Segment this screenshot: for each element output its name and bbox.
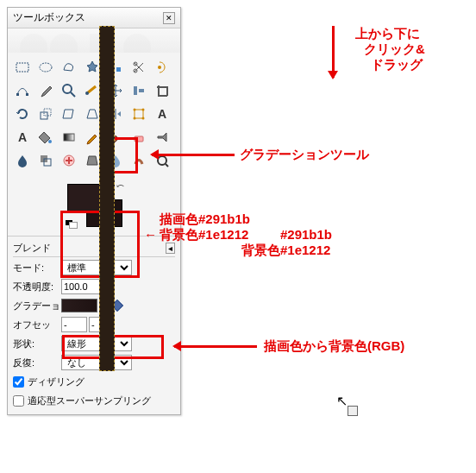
- tool-cage[interactable]: [128, 103, 150, 125]
- svg-line-14: [71, 92, 75, 97]
- swap-colors-icon[interactable]: ⤺: [116, 180, 124, 192]
- tool-scissors[interactable]: [128, 56, 150, 79]
- svg-rect-12: [26, 93, 28, 96]
- color-picker-icon: [38, 83, 53, 98]
- opacity-input[interactable]: [61, 279, 104, 294]
- tool-crop[interactable]: [151, 79, 173, 102]
- svg-point-20: [134, 109, 136, 111]
- pencil-icon: [85, 129, 100, 145]
- shape-label: 形状:: [13, 337, 61, 350]
- toolbox-window: ツールボックス ✕ AA ⤺ ブレンド ◂ モード: 標準 不透明度: グラデー…: [7, 7, 181, 415]
- svg-point-23: [142, 117, 145, 120]
- align-icon: [131, 83, 147, 98]
- svg-rect-17: [139, 89, 144, 92]
- titlebar: ツールボックス ✕: [8, 8, 180, 28]
- canvas-drag-stroke: [99, 26, 115, 371]
- tool-bucket-fill[interactable]: [34, 126, 57, 148]
- airbrush-icon: [154, 129, 170, 145]
- svg-point-15: [85, 91, 89, 95]
- close-button[interactable]: ✕: [163, 12, 175, 24]
- shape-select[interactable]: 線形: [61, 336, 132, 351]
- tool-heal[interactable]: [58, 149, 80, 172]
- svg-point-3: [123, 34, 151, 53]
- svg-point-32: [158, 156, 166, 165]
- annot-bg: 背景色#1e1212: [160, 227, 248, 243]
- gradient-preview[interactable]: [61, 299, 97, 312]
- annot-grad-note: 描画色から背景色(RGB): [264, 338, 404, 355]
- tool-gradient[interactable]: [58, 126, 80, 148]
- annot-bg2: 背景色#1e1212: [241, 243, 330, 259]
- annot-fg2: #291b1b: [280, 227, 332, 242]
- window-title: ツールボックス: [13, 10, 85, 25]
- svg-point-5: [40, 63, 52, 72]
- eraser-icon: [131, 129, 147, 145]
- drag-hint-2: クリック&: [364, 41, 425, 58]
- rotate-icon: [15, 106, 30, 122]
- tool-airbrush[interactable]: [151, 126, 173, 148]
- opacity-label: 不透明度:: [13, 281, 61, 293]
- tool-eraser[interactable]: [128, 126, 150, 148]
- tool-clone[interactable]: [34, 149, 57, 172]
- tool-ellipse-select[interactable]: [34, 56, 57, 79]
- repeat-select[interactable]: なし: [61, 355, 132, 370]
- bucket-fill-icon: [38, 129, 53, 145]
- ellipse-select-icon: [38, 60, 53, 75]
- rect-select-icon: [15, 60, 30, 75]
- zoom-icon: [61, 83, 77, 98]
- offset-input-1[interactable]: [61, 317, 87, 332]
- svg-point-26: [48, 140, 52, 143]
- scissors-icon: [131, 60, 147, 75]
- color-swatches[interactable]: ⤺: [64, 180, 124, 229]
- options-header: ブレンド: [13, 242, 51, 255]
- tool-rotate[interactable]: [11, 103, 34, 125]
- svg-point-1: [50, 34, 78, 53]
- foreground-select-icon: [154, 60, 170, 75]
- tool-rect-select[interactable]: [11, 56, 34, 79]
- perspective-clone-icon: [85, 153, 100, 168]
- svg-rect-28: [135, 136, 143, 142]
- arrow-down-icon: [332, 26, 335, 78]
- annot-fg: 描画色#291b1b: [160, 211, 250, 228]
- svg-point-0: [20, 34, 47, 53]
- tool-align[interactable]: [128, 79, 150, 102]
- svg-text:A: A: [18, 130, 27, 144]
- svg-point-22: [134, 117, 136, 120]
- tool-shear[interactable]: [58, 103, 80, 125]
- tool-free-select[interactable]: [58, 56, 80, 79]
- tool-scale[interactable]: [34, 103, 57, 125]
- annot-arrow-left: ←: [144, 227, 157, 242]
- svg-rect-7: [116, 67, 121, 72]
- supersample-checkbox[interactable]: [13, 395, 24, 407]
- tool-text-tool[interactable]: A: [151, 103, 173, 125]
- fuzzy-select-icon: [85, 60, 100, 75]
- svg-rect-11: [16, 93, 19, 96]
- tool-zoom[interactable]: [58, 79, 80, 102]
- dither-checkbox[interactable]: [13, 376, 24, 388]
- mode-select[interactable]: 標準: [61, 260, 132, 275]
- tool-options: ブレンド ◂ モード: 標準 不透明度: グラデーョン: オフセッ 形状: 線形…: [8, 236, 180, 414]
- drag-hint-1: 上から下に: [355, 26, 420, 42]
- mode-label: モード:: [13, 262, 61, 274]
- tool-color-picker[interactable]: [34, 79, 57, 102]
- options-menu-icon[interactable]: ◂: [166, 243, 175, 254]
- fg-color-swatch[interactable]: [67, 184, 103, 211]
- svg-point-10: [158, 66, 161, 69]
- repeat-label: 反復:: [13, 356, 61, 369]
- ink-icon: [15, 153, 30, 168]
- free-select-icon: [61, 60, 77, 75]
- scale-icon: [38, 106, 53, 122]
- svg-rect-16: [134, 86, 137, 95]
- header-decor: [8, 28, 180, 53]
- gradient-label: グラデーョン:: [13, 300, 61, 312]
- tool-text[interactable]: A: [11, 126, 34, 148]
- cursor-handle: [348, 406, 358, 416]
- default-colors-icon[interactable]: [66, 220, 78, 229]
- supersample-label: 適応型スーパーサンプリング: [28, 394, 151, 407]
- crop-icon: [154, 83, 170, 98]
- svg-rect-4: [16, 63, 28, 72]
- heal-icon: [61, 153, 77, 168]
- tool-ink[interactable]: [11, 149, 34, 172]
- svg-line-33: [166, 164, 168, 167]
- tool-foreground-select[interactable]: [151, 56, 173, 79]
- tool-paths[interactable]: [11, 79, 34, 102]
